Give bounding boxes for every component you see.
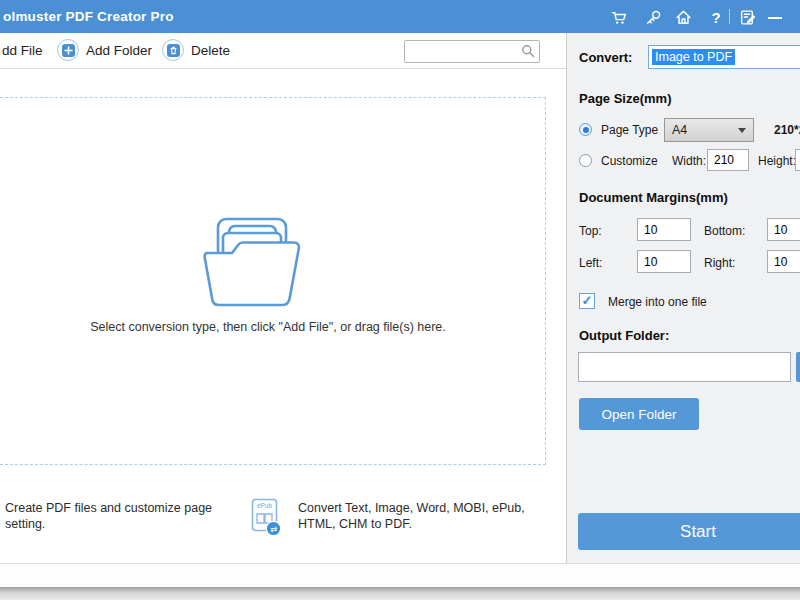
convert-label: Convert: [579, 50, 632, 65]
width-input[interactable] [707, 149, 749, 171]
convert-combobox[interactable]: Image to PDF [648, 45, 800, 69]
add-folder-button[interactable]: Add Folder [57, 39, 152, 61]
key-icon[interactable] [644, 8, 662, 26]
settings-panel: Convert: Image to PDF Page Size(mm) Page… [566, 33, 800, 563]
footer-right-text: Convert Text, Image, Word, MOBI, ePub, H… [298, 500, 554, 532]
app-title: olmuster PDF Creator Pro [3, 9, 174, 24]
dropzone-hint: Select conversion type, then click "Add … [0, 320, 546, 334]
margin-top-input[interactable] [637, 218, 691, 241]
delete-button[interactable]: Delete [162, 39, 230, 61]
add-file-button[interactable]: dd File [0, 39, 43, 61]
margin-right-input[interactable] [767, 250, 800, 273]
margins-header: Document Margins(mm) [579, 190, 728, 205]
merge-label: Merge into one file [608, 295, 707, 309]
margin-left-label: Left: [579, 256, 602, 270]
footer-left-text: Create PDF files and customize page sett… [5, 500, 237, 532]
minimize-icon[interactable] [768, 17, 782, 19]
add-folder-icon [57, 39, 79, 61]
margin-right-label: Right: [704, 256, 735, 270]
margin-bottom-input[interactable] [767, 218, 800, 241]
customize-label: Customize [601, 154, 658, 168]
open-folder-button[interactable]: Open Folder [579, 398, 699, 430]
search-icon [521, 44, 535, 62]
help-icon[interactable]: ? [707, 8, 725, 26]
height-input[interactable] [795, 149, 800, 171]
open-folder-illustration-icon [202, 217, 302, 313]
home-icon[interactable] [674, 8, 692, 26]
search-input[interactable] [404, 40, 540, 63]
delete-icon [162, 39, 184, 61]
page-size-header: Page Size(mm) [579, 91, 671, 106]
page-type-label: Page Type [601, 123, 658, 137]
status-bar [0, 563, 800, 587]
titlebar-divider [729, 9, 730, 24]
epub-convert-icon: ePub ⇄ [251, 498, 282, 541]
search-box [404, 40, 540, 63]
add-folder-label: Add Folder [86, 43, 152, 58]
width-label: Width: [672, 154, 706, 168]
add-file-label: dd File [2, 43, 43, 58]
svg-text:⇄: ⇄ [270, 524, 277, 534]
file-list-area: Select conversion type, then click "Add … [0, 69, 567, 563]
margin-top-label: Top: [579, 224, 602, 238]
cart-icon[interactable] [610, 8, 628, 26]
window-bottom-shadow [0, 587, 800, 600]
toolbar: dd File Add Folder Delete [0, 33, 567, 69]
browse-button[interactable] [796, 352, 800, 382]
output-folder-label: Output Folder: [579, 328, 669, 343]
page-type-radio[interactable] [579, 123, 592, 136]
convert-selected-value: Image to PDF [652, 49, 735, 65]
chevron-down-icon [738, 128, 746, 133]
page-type-select[interactable]: A4 [664, 118, 754, 142]
margin-left-input[interactable] [637, 250, 691, 273]
merge-checkbox[interactable]: ✓ [579, 293, 595, 309]
epub-label: ePub [257, 502, 273, 509]
app-window: olmuster PDF Creator Pro ? [0, 0, 800, 587]
page-type-value: A4 [672, 123, 687, 137]
height-label: Height: [758, 154, 796, 168]
margin-bottom-label: Bottom: [704, 224, 745, 238]
start-button[interactable]: Start [578, 513, 800, 550]
delete-label: Delete [191, 43, 230, 58]
output-folder-input[interactable] [578, 352, 791, 382]
titlebar: olmuster PDF Creator Pro ? [0, 0, 800, 33]
page-dimensions: 210*297 [774, 123, 800, 137]
feedback-icon[interactable] [738, 8, 756, 26]
customize-radio[interactable] [579, 154, 592, 167]
